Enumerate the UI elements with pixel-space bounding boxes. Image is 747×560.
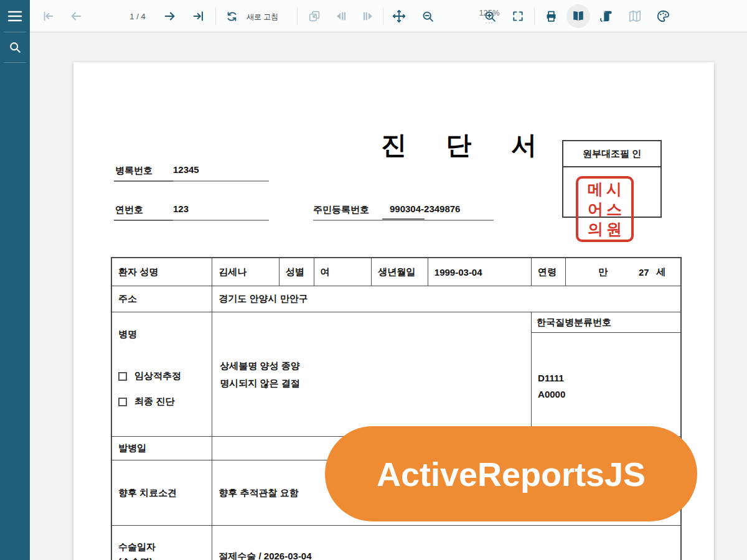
parent-report-icon bbox=[308, 9, 321, 23]
gender-value: 여 bbox=[314, 258, 372, 286]
last-page-icon bbox=[192, 9, 205, 23]
checkbox-final[interactable] bbox=[118, 398, 127, 406]
previous-page-button[interactable] bbox=[64, 4, 88, 28]
scroll-icon bbox=[599, 9, 613, 23]
record-no-value: 12345 bbox=[173, 164, 199, 175]
continuous-scroll-button[interactable] bbox=[594, 4, 618, 28]
record-no-label: 병록번호 bbox=[115, 165, 153, 177]
address-value: 경기도 안양시 만안구 bbox=[212, 286, 680, 312]
page-indicator[interactable]: 1 / 4 bbox=[110, 12, 166, 21]
map-fold-icon bbox=[628, 9, 642, 23]
book-open-icon bbox=[571, 9, 585, 23]
last-page-button[interactable] bbox=[187, 4, 210, 28]
table-row-surgery: 수술일자 (수술명) 절제수술 / 2026-03-04 bbox=[112, 526, 680, 560]
fullscreen-button[interactable] bbox=[506, 4, 530, 28]
back-to-parent-report-button[interactable] bbox=[303, 4, 326, 28]
refresh-icon bbox=[225, 10, 238, 23]
menu-icon[interactable] bbox=[0, 2, 30, 30]
clinic-stamp: 메시 어스 의원 bbox=[576, 176, 634, 242]
surgery-label: 수술일자 bbox=[118, 539, 156, 554]
sidebar-divider bbox=[4, 32, 26, 32]
activereportsjs-watermark: ActiveReportsJS bbox=[325, 426, 697, 521]
kcd-label: 한국질병분류번호 bbox=[532, 312, 680, 333]
toolbar: 1 / 4 새로 고침 bbox=[30, 0, 747, 32]
resident-id-underline-dark bbox=[382, 218, 425, 220]
pan-tool-button[interactable] bbox=[387, 4, 411, 28]
age-value: 27 bbox=[639, 267, 649, 278]
disease-line: 상세불명 양성 종양 bbox=[220, 357, 531, 375]
patient-name-value: 김세나 bbox=[212, 258, 280, 286]
checkbox-final-label: 최종 진단 bbox=[134, 396, 174, 408]
skip-back-icon bbox=[334, 9, 348, 23]
zoom-out-button[interactable] bbox=[416, 4, 439, 28]
kcd-code: A0000 bbox=[538, 386, 680, 403]
record-no-underline-dark bbox=[114, 180, 173, 182]
stamp-line: 어스 bbox=[585, 199, 625, 219]
history-back-button[interactable] bbox=[329, 4, 353, 28]
zoom-in-icon bbox=[484, 10, 497, 23]
stamp-box-header: 원부대조필 인 bbox=[563, 141, 660, 167]
disease-name-cell: 상세불명 양성 종양 명시되지 않은 결절 bbox=[212, 312, 532, 436]
surgery-label-cell: 수술일자 (수술명) bbox=[112, 526, 212, 560]
fullscreen-icon bbox=[512, 10, 524, 22]
age-prefix: 만 bbox=[598, 266, 608, 278]
history-forward-button[interactable] bbox=[356, 4, 380, 28]
palette-icon bbox=[656, 9, 670, 23]
sidebar-divider bbox=[4, 62, 26, 63]
kcd-cell: 한국질병분류번호 D1111 A0000 bbox=[532, 312, 680, 436]
age-cell: 만 27 세 bbox=[566, 258, 680, 286]
serial-no-label: 연번호 bbox=[115, 204, 143, 216]
toolbar-divider bbox=[534, 7, 535, 25]
watermark-text: ActiveReportsJS bbox=[377, 455, 646, 493]
toolbar-divider bbox=[297, 7, 298, 25]
report-page: 진 단 서 병록번호 12345 연번호 123 주민등록번호 990304-2… bbox=[73, 62, 714, 560]
kcd-codes: D1111 A0000 bbox=[532, 333, 680, 403]
arrow-left-icon bbox=[69, 9, 83, 23]
surgery-sublabel: (수술명) bbox=[118, 554, 153, 560]
galley-mode-button[interactable] bbox=[623, 4, 647, 28]
refresh-button[interactable] bbox=[220, 4, 243, 28]
first-page-icon bbox=[41, 9, 55, 23]
theme-button[interactable] bbox=[651, 4, 675, 28]
magnifier-icon bbox=[8, 40, 22, 54]
report-viewer: 1 / 4 새로 고침 bbox=[0, 0, 747, 560]
patient-name-label: 환자 성명 bbox=[112, 258, 212, 286]
toolbar-divider bbox=[383, 7, 383, 25]
age-label: 연령 bbox=[532, 258, 566, 286]
resident-id-label: 주민등록번호 bbox=[313, 204, 369, 216]
move-icon bbox=[392, 9, 406, 23]
gender-label: 성별 bbox=[280, 258, 314, 286]
toolbar-divider bbox=[215, 7, 216, 25]
birth-label: 생년월일 bbox=[372, 258, 428, 286]
birth-value: 1999-03-04 bbox=[428, 258, 532, 286]
resident-id-underline bbox=[313, 220, 494, 221]
zoom-in-button[interactable] bbox=[478, 4, 502, 28]
table-row-address: 주소 경기도 안양시 만안구 bbox=[112, 286, 680, 312]
first-page-button[interactable] bbox=[36, 4, 60, 28]
checkbox-clinical-row: 임상적추정 bbox=[118, 370, 207, 382]
single-page-view-button[interactable] bbox=[566, 4, 590, 28]
table-row-patient: 환자 성명 김세나 성별 여 생년월일 1999-03-04 연령 만 27 세 bbox=[112, 258, 680, 286]
serial-no-value: 123 bbox=[173, 203, 189, 214]
table-row-disease: 병명 임상적추정 최종 진단 상세불명 양성 종양 명시되지 않은 결절 한국질 bbox=[112, 312, 680, 437]
address-label: 주소 bbox=[112, 286, 212, 312]
arrow-right-icon bbox=[163, 9, 177, 23]
resident-id-value: 990304-2349876 bbox=[390, 203, 460, 214]
print-icon bbox=[545, 10, 558, 23]
sidebar bbox=[0, 0, 30, 560]
next-page-button[interactable] bbox=[158, 4, 182, 28]
checkbox-clinical[interactable] bbox=[118, 372, 127, 381]
checkbox-final-row: 최종 진단 bbox=[118, 396, 207, 408]
skip-forward-icon bbox=[361, 9, 375, 23]
disease-line: 명시되지 않은 결절 bbox=[220, 375, 531, 392]
hamburger-icon bbox=[7, 10, 22, 22]
checkbox-clinical-label: 임상적추정 bbox=[134, 370, 181, 382]
opinion-label: 향후 치료소견 bbox=[112, 460, 212, 525]
print-button[interactable] bbox=[539, 4, 563, 28]
disease-label: 병명 bbox=[118, 329, 207, 340]
search-icon[interactable] bbox=[0, 34, 30, 61]
age-suffix: 세 bbox=[657, 266, 666, 278]
refresh-label[interactable]: 새로 고침 bbox=[247, 12, 278, 22]
onset-label: 발병일 bbox=[112, 437, 212, 460]
kcd-code: D1111 bbox=[538, 370, 680, 386]
